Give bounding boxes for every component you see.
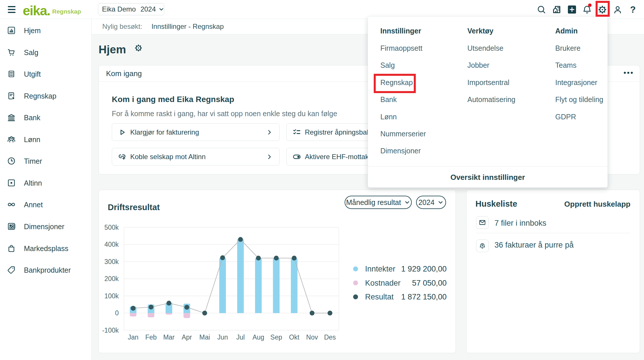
svg-text:Resultat: Resultat <box>365 293 394 301</box>
svg-text:1 872 150,00: 1 872 150,00 <box>401 293 447 301</box>
svg-text:0: 0 <box>115 309 119 317</box>
svg-text:57 050,00: 57 050,00 <box>412 279 447 287</box>
svg-text:-100k: -100k <box>102 327 119 334</box>
svg-text:Jul: Jul <box>236 333 245 341</box>
svg-text:Kostnader: Kostnader <box>365 279 401 287</box>
svg-text:1 929 200,00: 1 929 200,00 <box>401 265 447 273</box>
svg-text:Mar: Mar <box>163 333 175 341</box>
svg-text:500k: 500k <box>104 224 119 231</box>
svg-text:Inntekter: Inntekter <box>365 265 395 273</box>
svg-text:100k: 100k <box>104 292 119 300</box>
svg-text:Des: Des <box>324 333 336 341</box>
svg-text:Okt: Okt <box>289 333 299 341</box>
svg-text:200k: 200k <box>104 275 119 282</box>
svg-text:Jan: Jan <box>128 333 138 341</box>
svg-text:Nov: Nov <box>306 333 318 341</box>
svg-text:Apr: Apr <box>182 333 192 341</box>
svg-text:Jun: Jun <box>217 333 228 341</box>
svg-text:Sep: Sep <box>270 333 282 341</box>
svg-text:400k: 400k <box>104 241 119 248</box>
svg-text:Feb: Feb <box>145 333 157 341</box>
svg-text:300k: 300k <box>104 258 119 265</box>
svg-text:Mai: Mai <box>199 333 210 341</box>
svg-text:Aug: Aug <box>252 333 264 341</box>
